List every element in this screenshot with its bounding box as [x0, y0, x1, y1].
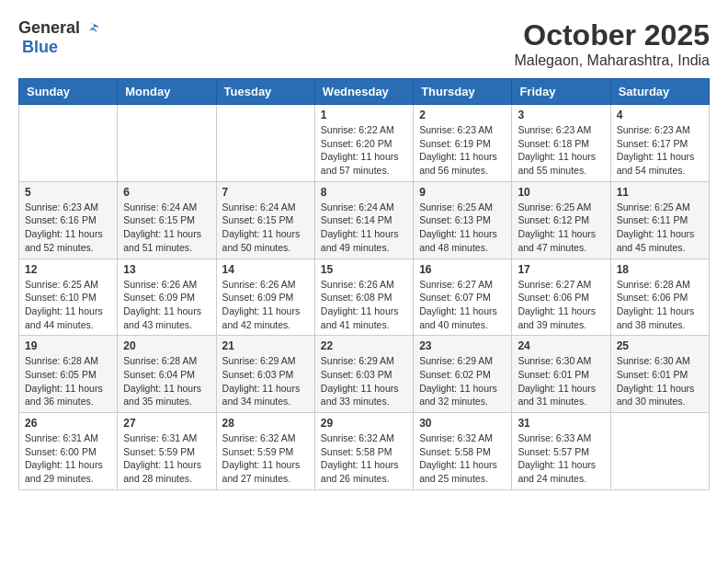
location: Malegaon, Maharashtra, India — [514, 52, 710, 69]
day-info: Sunrise: 6:28 AMSunset: 6:05 PMDaylight:… — [25, 354, 111, 408]
calendar-cell: 10Sunrise: 6:25 AMSunset: 6:12 PMDayligh… — [512, 181, 610, 259]
day-info: Sunrise: 6:22 AMSunset: 6:20 PMDaylight:… — [321, 123, 407, 178]
day-number: 29 — [321, 417, 407, 430]
calendar-cell — [19, 105, 118, 182]
day-number: 22 — [321, 339, 407, 352]
day-info: Sunrise: 6:25 AMSunset: 6:12 PMDaylight:… — [518, 201, 604, 255]
day-info: Sunrise: 6:32 AMSunset: 5:58 PMDaylight:… — [321, 431, 407, 486]
day-number: 6 — [123, 186, 210, 199]
weekday-header: Thursday — [414, 79, 512, 105]
calendar-week-row: 19Sunrise: 6:28 AMSunset: 6:05 PMDayligh… — [19, 336, 710, 413]
calendar-week-row: 1Sunrise: 6:22 AMSunset: 6:20 PMDaylight… — [19, 105, 710, 182]
calendar-cell: 27Sunrise: 6:31 AMSunset: 5:59 PMDayligh… — [118, 413, 216, 490]
page-header: General Blue October 2025 Malegaon, Maha… — [18, 18, 710, 69]
calendar-cell: 16Sunrise: 6:27 AMSunset: 6:07 PMDayligh… — [414, 259, 512, 336]
day-info: Sunrise: 6:23 AMSunset: 6:18 PMDaylight:… — [518, 123, 604, 178]
day-info: Sunrise: 6:26 AMSunset: 6:09 PMDaylight:… — [123, 278, 210, 332]
day-number: 17 — [518, 263, 604, 276]
day-number: 28 — [222, 417, 309, 430]
calendar-cell: 18Sunrise: 6:28 AMSunset: 6:06 PMDayligh… — [610, 259, 709, 336]
weekday-header: Tuesday — [216, 79, 314, 105]
day-number: 1 — [321, 109, 407, 121]
day-info: Sunrise: 6:25 AMSunset: 6:13 PMDaylight:… — [419, 201, 506, 255]
day-number: 30 — [419, 417, 506, 430]
day-info: Sunrise: 6:29 AMSunset: 6:02 PMDaylight:… — [419, 354, 506, 408]
calendar-cell: 17Sunrise: 6:27 AMSunset: 6:06 PMDayligh… — [512, 259, 610, 336]
day-number: 11 — [617, 186, 703, 199]
calendar-cell: 24Sunrise: 6:30 AMSunset: 6:01 PMDayligh… — [512, 336, 610, 413]
day-info: Sunrise: 6:23 AMSunset: 6:16 PMDaylight:… — [25, 201, 111, 255]
day-number: 19 — [25, 339, 111, 352]
day-info: Sunrise: 6:24 AMSunset: 6:15 PMDaylight:… — [123, 201, 210, 255]
day-info: Sunrise: 6:29 AMSunset: 6:03 PMDaylight:… — [222, 354, 309, 408]
weekday-header: Sunday — [19, 79, 118, 105]
calendar-cell: 29Sunrise: 6:32 AMSunset: 5:58 PMDayligh… — [314, 413, 413, 490]
day-number: 27 — [123, 417, 210, 430]
day-number: 5 — [25, 186, 111, 199]
day-info: Sunrise: 6:23 AMSunset: 6:19 PMDaylight:… — [419, 123, 506, 178]
day-info: Sunrise: 6:30 AMSunset: 6:01 PMDaylight:… — [518, 354, 604, 408]
day-number: 18 — [617, 263, 703, 276]
calendar-cell: 11Sunrise: 6:25 AMSunset: 6:11 PMDayligh… — [610, 181, 709, 259]
calendar-cell: 5Sunrise: 6:23 AMSunset: 6:16 PMDaylight… — [19, 181, 118, 259]
calendar-cell: 2Sunrise: 6:23 AMSunset: 6:19 PMDaylight… — [414, 105, 512, 182]
calendar-cell: 30Sunrise: 6:32 AMSunset: 5:58 PMDayligh… — [414, 413, 512, 490]
day-number: 25 — [617, 339, 703, 352]
day-number: 4 — [617, 109, 703, 121]
day-number: 16 — [419, 263, 506, 276]
calendar-cell: 9Sunrise: 6:25 AMSunset: 6:13 PMDaylight… — [414, 181, 512, 259]
day-number: 3 — [518, 109, 604, 121]
day-info: Sunrise: 6:24 AMSunset: 6:14 PMDaylight:… — [321, 201, 407, 255]
calendar-cell: 19Sunrise: 6:28 AMSunset: 6:05 PMDayligh… — [19, 336, 118, 413]
day-info: Sunrise: 6:31 AMSunset: 6:00 PMDaylight:… — [25, 431, 111, 486]
day-info: Sunrise: 6:33 AMSunset: 5:57 PMDaylight:… — [518, 431, 604, 486]
day-info: Sunrise: 6:32 AMSunset: 5:59 PMDaylight:… — [222, 431, 309, 486]
day-number: 8 — [321, 186, 407, 199]
day-info: Sunrise: 6:31 AMSunset: 5:59 PMDaylight:… — [123, 431, 210, 486]
day-info: Sunrise: 6:25 AMSunset: 6:10 PMDaylight:… — [25, 278, 111, 332]
day-info: Sunrise: 6:30 AMSunset: 6:01 PMDaylight:… — [617, 354, 703, 408]
calendar-header-row: SundayMondayTuesdayWednesdayThursdayFrid… — [19, 79, 710, 105]
calendar-cell — [118, 105, 216, 182]
calendar-cell: 23Sunrise: 6:29 AMSunset: 6:02 PMDayligh… — [414, 336, 512, 413]
day-number: 13 — [123, 263, 210, 276]
day-info: Sunrise: 6:27 AMSunset: 6:07 PMDaylight:… — [419, 278, 506, 332]
calendar-cell: 20Sunrise: 6:28 AMSunset: 6:04 PMDayligh… — [118, 336, 216, 413]
day-info: Sunrise: 6:27 AMSunset: 6:06 PMDaylight:… — [518, 278, 604, 332]
calendar-week-row: 5Sunrise: 6:23 AMSunset: 6:16 PMDaylight… — [19, 181, 710, 259]
title-block: October 2025 Malegaon, Maharashtra, Indi… — [514, 18, 710, 69]
day-number: 14 — [222, 263, 309, 276]
day-number: 7 — [222, 186, 309, 199]
day-info: Sunrise: 6:26 AMSunset: 6:09 PMDaylight:… — [222, 278, 309, 332]
day-number: 20 — [123, 339, 210, 352]
weekday-header: Wednesday — [314, 79, 413, 105]
day-info: Sunrise: 6:23 AMSunset: 6:17 PMDaylight:… — [617, 123, 703, 178]
weekday-header: Saturday — [610, 79, 709, 105]
calendar-cell: 15Sunrise: 6:26 AMSunset: 6:08 PMDayligh… — [314, 259, 413, 336]
day-info: Sunrise: 6:29 AMSunset: 6:03 PMDaylight:… — [321, 354, 407, 408]
calendar-cell: 7Sunrise: 6:24 AMSunset: 6:15 PMDaylight… — [216, 181, 314, 259]
day-number: 31 — [518, 417, 604, 430]
month-title: October 2025 — [514, 18, 710, 52]
logo-general: General — [18, 18, 80, 38]
calendar-cell: 13Sunrise: 6:26 AMSunset: 6:09 PMDayligh… — [118, 259, 216, 336]
calendar-cell: 6Sunrise: 6:24 AMSunset: 6:15 PMDaylight… — [118, 181, 216, 259]
calendar-cell: 3Sunrise: 6:23 AMSunset: 6:18 PMDaylight… — [512, 105, 610, 182]
calendar-table: SundayMondayTuesdayWednesdayThursdayFrid… — [18, 78, 710, 490]
calendar-cell: 12Sunrise: 6:25 AMSunset: 6:10 PMDayligh… — [19, 259, 118, 336]
weekday-header: Friday — [512, 79, 610, 105]
weekday-header: Monday — [118, 79, 216, 105]
calendar-cell: 4Sunrise: 6:23 AMSunset: 6:17 PMDaylight… — [610, 105, 709, 182]
day-info: Sunrise: 6:32 AMSunset: 5:58 PMDaylight:… — [419, 431, 506, 486]
calendar-cell — [216, 105, 314, 182]
calendar-week-row: 12Sunrise: 6:25 AMSunset: 6:10 PMDayligh… — [19, 259, 710, 336]
calendar-cell — [610, 413, 709, 490]
day-number: 15 — [321, 263, 407, 276]
day-number: 2 — [419, 109, 506, 121]
calendar-cell: 21Sunrise: 6:29 AMSunset: 6:03 PMDayligh… — [216, 336, 314, 413]
calendar-cell: 14Sunrise: 6:26 AMSunset: 6:09 PMDayligh… — [216, 259, 314, 336]
calendar-cell: 26Sunrise: 6:31 AMSunset: 6:00 PMDayligh… — [19, 413, 118, 490]
calendar-cell: 1Sunrise: 6:22 AMSunset: 6:20 PMDaylight… — [314, 105, 413, 182]
day-number: 12 — [25, 263, 111, 276]
calendar-cell: 31Sunrise: 6:33 AMSunset: 5:57 PMDayligh… — [512, 413, 610, 490]
